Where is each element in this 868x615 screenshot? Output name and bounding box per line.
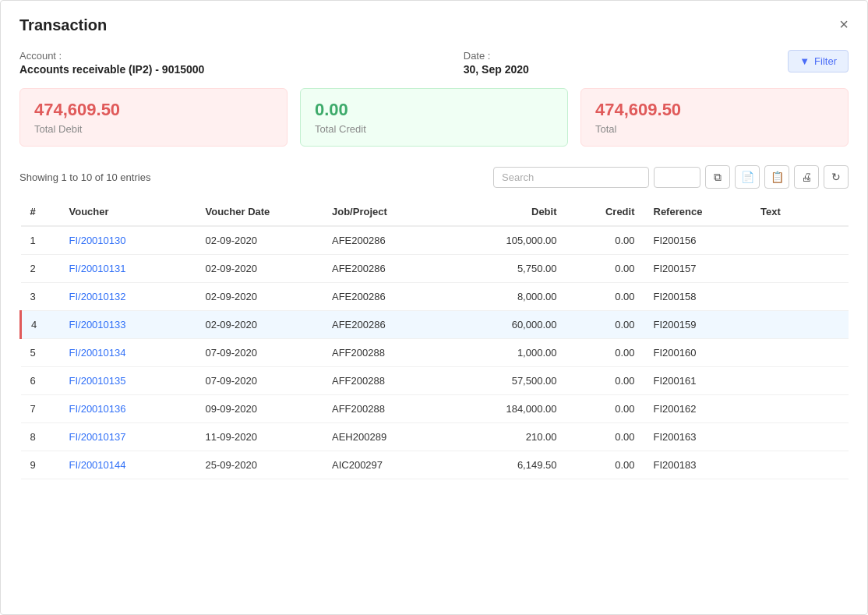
cell-job: AEH200289 <box>323 423 450 451</box>
filter-label: Filter <box>814 55 837 67</box>
cell-voucher[interactable]: FI/20010144 <box>60 451 196 479</box>
debit-card: 474,609.50 Total Debit <box>19 88 288 147</box>
cell-job: AFE200286 <box>323 226 450 255</box>
cell-text <box>751 423 849 451</box>
cell-voucher[interactable]: FI/20010135 <box>60 367 196 395</box>
cell-date: 02-09-2020 <box>196 226 323 255</box>
cell-num: 8 <box>21 423 60 451</box>
voucher-link[interactable]: FI/20010130 <box>69 235 126 246</box>
cell-num: 9 <box>21 451 60 479</box>
filter-icon: ▼ <box>799 55 810 67</box>
cell-reference: FI200160 <box>644 339 752 367</box>
cell-debit: 210.00 <box>450 423 566 451</box>
table-row: 3 FI/20010132 02-09-2020 AFE200286 8,000… <box>21 283 849 311</box>
cell-date: 11-09-2020 <box>196 423 323 451</box>
cell-date: 02-09-2020 <box>196 283 323 311</box>
cell-debit: 57,500.00 <box>450 367 566 395</box>
controls-right: 250 ⧉ 📄 📋 🖨 ↻ <box>493 165 849 189</box>
export-button[interactable]: 📋 <box>764 165 789 189</box>
cell-debit: 5,750.00 <box>450 255 566 283</box>
voucher-link[interactable]: FI/20010136 <box>69 403 126 415</box>
modal-header: Transaction × <box>19 16 849 34</box>
cell-debit: 8,000.00 <box>450 283 566 311</box>
cell-reference: FI200158 <box>644 283 752 311</box>
cell-date: 25-09-2020 <box>196 451 323 479</box>
cell-credit: 0.00 <box>566 451 644 479</box>
cell-text <box>751 226 849 255</box>
cell-voucher[interactable]: FI/20010134 <box>60 339 196 367</box>
cell-num: 3 <box>21 283 60 311</box>
cell-reference: FI200156 <box>644 226 752 255</box>
search-input[interactable] <box>493 167 649 188</box>
voucher-link[interactable]: FI/20010133 <box>69 319 126 330</box>
cell-voucher[interactable]: FI/20010131 <box>60 255 196 283</box>
copy-button-1[interactable]: ⧉ <box>705 165 730 189</box>
cell-debit: 105,000.00 <box>450 226 566 255</box>
voucher-link[interactable]: FI/20010137 <box>69 431 126 443</box>
cell-voucher[interactable]: FI/20010136 <box>60 395 196 423</box>
account-value: Accounts receivable (IP2) - 9015000 <box>19 63 204 76</box>
cell-voucher[interactable]: FI/20010132 <box>60 283 196 311</box>
total-amount: 474,609.50 <box>595 100 834 120</box>
cell-text <box>751 451 849 479</box>
cell-job: AFE200286 <box>323 283 450 311</box>
cell-credit: 0.00 <box>566 423 644 451</box>
cell-voucher[interactable]: FI/20010137 <box>60 423 196 451</box>
cell-credit: 0.00 <box>566 339 644 367</box>
total-card: 474,609.50 Total <box>580 88 849 147</box>
copy-button-2[interactable]: 📄 <box>735 165 760 189</box>
voucher-link[interactable]: FI/20010135 <box>69 375 126 387</box>
cell-debit: 184,000.00 <box>450 395 566 423</box>
col-header-date: Voucher Date <box>196 198 323 226</box>
col-header-job: Job/Project <box>323 198 450 226</box>
voucher-link[interactable]: FI/20010134 <box>69 347 126 359</box>
credit-label: Total Credit <box>315 123 553 135</box>
cell-text <box>751 283 849 311</box>
cell-text <box>751 395 849 423</box>
cell-num: 2 <box>21 255 60 283</box>
account-info: Account : Accounts receivable (IP2) - 90… <box>19 50 204 76</box>
modal-container: Transaction × Account : Accounts receiva… <box>0 0 868 615</box>
cell-voucher[interactable]: FI/20010130 <box>60 226 196 255</box>
refresh-icon: ↻ <box>831 171 841 183</box>
date-label: Date : <box>464 50 529 62</box>
cell-date: 07-09-2020 <box>196 367 323 395</box>
filter-button[interactable]: ▼ Filter <box>788 50 849 72</box>
cell-debit: 60,000.00 <box>450 311 566 339</box>
date-info: Date : 30, Sep 2020 <box>464 50 529 76</box>
table-row: 1 FI/20010130 02-09-2020 AFE200286 105,0… <box>21 226 849 255</box>
entries-info: Showing 1 to 10 of 10 entries <box>19 171 150 183</box>
cell-job: AFF200288 <box>323 395 450 423</box>
print-icon: 🖨 <box>801 171 812 183</box>
total-label: Total <box>595 123 834 135</box>
voucher-link[interactable]: FI/20010144 <box>69 459 126 471</box>
cell-credit: 0.00 <box>566 255 644 283</box>
cell-voucher[interactable]: FI/20010133 <box>60 311 196 339</box>
cell-num: 6 <box>21 367 60 395</box>
cell-credit: 0.00 <box>566 395 644 423</box>
table-header-row: # Voucher Voucher Date Job/Project Debit… <box>21 198 849 226</box>
cell-date: 02-09-2020 <box>196 311 323 339</box>
cell-debit: 6,149.50 <box>450 451 566 479</box>
cell-credit: 0.00 <box>566 283 644 311</box>
copy1-icon: ⧉ <box>714 171 722 184</box>
cell-debit: 1,000.00 <box>450 339 566 367</box>
voucher-link[interactable]: FI/20010132 <box>69 291 126 302</box>
print-button[interactable]: 🖨 <box>794 165 819 189</box>
cell-date: 07-09-2020 <box>196 339 323 367</box>
voucher-link[interactable]: FI/20010131 <box>69 263 126 274</box>
page-size-input[interactable]: 250 <box>654 167 700 188</box>
close-button[interactable]: × <box>839 16 849 32</box>
refresh-button[interactable]: ↻ <box>824 165 849 189</box>
account-date-section: Account : Accounts receivable (IP2) - 90… <box>19 50 849 76</box>
summary-cards: 474,609.50 Total Debit 0.00 Total Credit… <box>19 88 849 147</box>
col-header-reference: Reference <box>644 198 752 226</box>
cell-reference: FI200161 <box>644 367 752 395</box>
table-row: 6 FI/20010135 07-09-2020 AFF200288 57,50… <box>21 367 849 395</box>
table-row: 7 FI/20010136 09-09-2020 AFF200288 184,0… <box>21 395 849 423</box>
debit-label: Total Debit <box>34 123 273 135</box>
cell-num: 5 <box>21 339 60 367</box>
col-header-debit: Debit <box>450 198 566 226</box>
cell-reference: FI200183 <box>644 451 752 479</box>
cell-num: 1 <box>21 226 60 255</box>
